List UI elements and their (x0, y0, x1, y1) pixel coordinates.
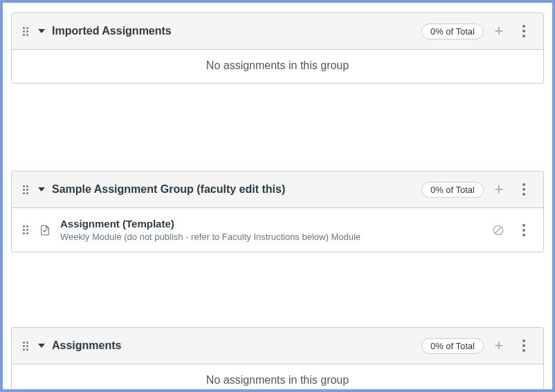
add-assignment-button[interactable]: + (489, 180, 509, 199)
plus-icon: + (495, 182, 504, 197)
group-weight-pill: 0% of Total (421, 24, 484, 39)
group-drag-handle[interactable] (21, 26, 30, 37)
collapse-caret-icon[interactable] (38, 29, 45, 33)
plus-icon: + (495, 338, 504, 353)
group-header: Assignments0% of Total+ (12, 328, 543, 364)
group-body: No assignments in this group (12, 50, 543, 83)
empty-group-message: No assignments in this group (12, 50, 543, 83)
group-weight-pill: 0% of Total (421, 182, 484, 198)
group-body: No assignments in this group (12, 364, 543, 392)
plus-icon: + (495, 24, 504, 39)
group-header: Imported Assignments0% of Total+ (12, 13, 543, 50)
group-drag-handle[interactable] (21, 340, 30, 352)
assignment-subtitle: Weekly Module (do not publish - refer to… (60, 232, 482, 242)
group-title: Sample Assignment Group (faculty edit th… (52, 183, 285, 196)
group-body: Assignment (Template)Weekly Module (do n… (12, 208, 543, 252)
assignment-group: Imported Assignments0% of Total+No assig… (11, 12, 544, 84)
group-drag-handle[interactable] (21, 184, 30, 196)
group-options-button[interactable] (514, 336, 534, 355)
svg-line-1 (495, 227, 502, 233)
assignment-icon (38, 223, 52, 237)
collapse-caret-icon[interactable] (38, 344, 45, 348)
group-title: Imported Assignments (52, 25, 172, 37)
group-header: Sample Assignment Group (faculty edit th… (12, 171, 543, 208)
unpublished-icon[interactable] (491, 223, 506, 238)
assignment-group: Sample Assignment Group (faculty edit th… (11, 171, 544, 252)
add-assignment-button[interactable]: + (489, 21, 509, 41)
group-weight-pill: 0% of Total (421, 338, 484, 354)
assignment-row: Assignment (Template)Weekly Module (do n… (12, 208, 543, 252)
collapse-caret-icon[interactable] (38, 187, 45, 192)
assignment-options-button[interactable] (514, 221, 534, 240)
group-options-button[interactable] (514, 21, 534, 41)
group-options-button[interactable] (514, 180, 534, 199)
empty-group-message: No assignments in this group (12, 364, 543, 392)
assignment-drag-handle[interactable] (21, 224, 30, 236)
add-assignment-button[interactable]: + (489, 336, 509, 355)
group-title: Assignments (52, 339, 121, 352)
assignment-group: Assignments0% of Total+No assignments in… (11, 327, 544, 392)
assignment-title[interactable]: Assignment (Template) (60, 218, 482, 230)
